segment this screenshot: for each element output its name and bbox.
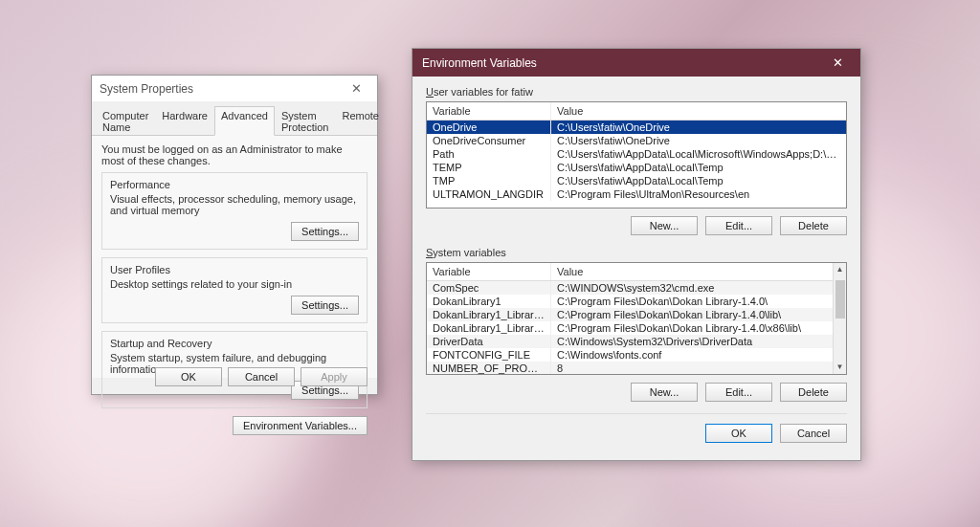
performance-title: Performance [110, 179, 359, 190]
tab-body: You must be logged on as an Administrato… [92, 136, 377, 378]
cell-variable: ComSpec [427, 281, 551, 295]
scroll-down-icon[interactable]: ▼ [834, 361, 846, 374]
col-value[interactable]: Value [551, 263, 846, 280]
environment-variables-dialog: Environment Variables ✕ User variables f… [412, 48, 861, 461]
system-vars-list[interactable]: Variable Value ComSpecC:\WINDOWS\system3… [426, 262, 847, 375]
cell-value: C:\Program Files\Dokan\Dokan Library-1.4… [551, 295, 846, 308]
table-row[interactable]: DriverDataC:\Windows\System32\Drivers\Dr… [427, 335, 846, 348]
user-new-button[interactable]: New... [631, 216, 698, 235]
tab-hardware[interactable]: Hardware [155, 106, 214, 136]
system-vars-buttons: New... Edit... Delete [426, 383, 847, 402]
close-icon[interactable]: ✕ [343, 81, 369, 96]
cancel-button[interactable]: Cancel [780, 424, 847, 443]
tabs: Computer Name Hardware Advanced System P… [92, 101, 377, 136]
table-row[interactable]: DokanLibrary1C:\Program Files\Dokan\Doka… [427, 295, 846, 308]
user-vars-list[interactable]: Variable Value OneDriveC:\Users\fatiw\On… [426, 101, 847, 209]
cell-variable: Path [427, 147, 551, 161]
table-row[interactable]: OneDriveC:\Users\fatiw\OneDrive [427, 121, 846, 134]
cell-value: C:\Users\fatiw\AppData\Local\Microsoft\W… [551, 147, 846, 161]
titlebar[interactable]: System Properties ✕ [92, 76, 377, 101]
tab-remote[interactable]: Remote [335, 106, 386, 136]
table-row[interactable]: NUMBER_OF_PROCESSORS8 [427, 362, 846, 375]
user-profiles-desc: Desktop settings related to your sign-in [110, 278, 359, 290]
ok-button[interactable]: OK [155, 367, 222, 386]
user-profiles-settings-button[interactable]: Settings... [291, 296, 359, 315]
apply-button[interactable]: Apply [301, 367, 368, 386]
cell-variable: FONTCONFIG_FILE [427, 348, 551, 362]
performance-settings-button[interactable]: Settings... [291, 222, 359, 241]
cell-variable: DokanLibrary1_LibraryPath_... [427, 321, 551, 335]
cell-value: C:\Program Files\Dokan\Dokan Library-1.4… [551, 308, 846, 321]
close-icon[interactable]: ✕ [824, 55, 851, 70]
col-variable[interactable]: Variable [427, 263, 551, 280]
table-row[interactable]: ComSpecC:\WINDOWS\system32\cmd.exe [427, 281, 846, 295]
table-row[interactable]: OneDriveConsumerC:\Users\fatiw\OneDrive [427, 134, 846, 147]
cell-value: C:\Program Files\Dokan\Dokan Library-1.4… [551, 321, 846, 335]
tab-advanced[interactable]: Advanced [214, 106, 275, 136]
cell-value: C:\Windows\System32\Drivers\DriverData [551, 335, 846, 348]
cell-variable: ULTRAMON_LANGDIR [427, 187, 551, 201]
startup-title: Startup and Recovery [110, 338, 359, 349]
table-row[interactable]: PathC:\Users\fatiw\AppData\Local\Microso… [427, 147, 846, 161]
performance-desc: Visual effects, processor scheduling, me… [110, 193, 359, 216]
environment-variables-button[interactable]: Environment Variables... [233, 416, 368, 435]
cell-value: C:\Users\fatiw\OneDrive [551, 134, 846, 147]
titlebar[interactable]: Environment Variables ✕ [412, 49, 860, 77]
tab-system-protection[interactable]: System Protection [275, 106, 336, 136]
system-properties-dialog: System Properties ✕ Computer Name Hardwa… [91, 75, 378, 395]
table-row[interactable]: FONTCONFIG_FILEC:\Windows\fonts.conf [427, 348, 846, 362]
dialog-body: User variables for fatiw Variable Value … [412, 77, 860, 452]
title-text: Environment Variables [422, 56, 537, 70]
cell-variable: NUMBER_OF_PROCESSORS [427, 362, 551, 375]
scroll-thumb[interactable] [835, 280, 845, 318]
user-vars-label: User variables for fatiw [426, 86, 847, 98]
table-row[interactable]: ULTRAMON_LANGDIRC:\Program Files\UltraMo… [427, 187, 846, 201]
sys-edit-button[interactable]: Edit... [705, 383, 772, 402]
cell-value: C:\Users\fatiw\AppData\Local\Temp [551, 161, 846, 174]
title-text: System Properties [100, 82, 193, 96]
cell-variable: DokanLibrary1 [427, 295, 551, 308]
tab-computer-name[interactable]: Computer Name [96, 106, 155, 136]
dialog-buttons: OK Cancel [426, 413, 847, 443]
cell-variable: TMP [427, 174, 551, 187]
system-vars-label: System variables [426, 247, 847, 258]
scroll-up-icon[interactable]: ▲ [834, 263, 846, 276]
table-row[interactable]: DokanLibrary1_LibraryPath_...C:\Program … [427, 321, 846, 335]
cell-variable: OneDrive [427, 121, 551, 134]
cell-value: C:\Users\fatiw\AppData\Local\Temp [551, 174, 846, 187]
sys-new-button[interactable]: New... [631, 383, 698, 402]
cell-value: C:\Users\fatiw\OneDrive [551, 121, 846, 134]
cell-value: C:\Windows\fonts.conf [551, 348, 846, 362]
table-row[interactable]: TEMPC:\Users\fatiw\AppData\Local\Temp [427, 161, 846, 174]
cell-value: 8 [551, 362, 846, 375]
cancel-button[interactable]: Cancel [228, 367, 295, 386]
cell-variable: OneDriveConsumer [427, 134, 551, 147]
list-header: Variable Value [427, 102, 846, 121]
cell-value: C:\Program Files\UltraMon\Resources\en [551, 187, 846, 201]
table-row[interactable]: TMPC:\Users\fatiw\AppData\Local\Temp [427, 174, 846, 187]
cell-value: C:\WINDOWS\system32\cmd.exe [551, 281, 846, 295]
dialog-buttons: OK Cancel Apply [155, 367, 368, 386]
cell-variable: DokanLibrary1_LibraryPath_... [427, 308, 551, 321]
cell-variable: TEMP [427, 161, 551, 174]
performance-group: Performance Visual effects, processor sc… [101, 172, 368, 250]
user-delete-button[interactable]: Delete [780, 216, 847, 235]
user-edit-button[interactable]: Edit... [705, 216, 772, 235]
table-row[interactable]: DokanLibrary1_LibraryPath_...C:\Program … [427, 308, 846, 321]
user-vars-buttons: New... Edit... Delete [426, 216, 847, 235]
scrollbar[interactable]: ▲ ▼ [833, 263, 846, 374]
ok-button[interactable]: OK [705, 424, 772, 443]
user-profiles-group: User Profiles Desktop settings related t… [101, 257, 368, 323]
col-variable[interactable]: Variable [427, 102, 551, 120]
user-profiles-title: User Profiles [110, 264, 359, 275]
list-header: Variable Value [427, 263, 846, 281]
sys-delete-button[interactable]: Delete [780, 383, 847, 402]
cell-variable: DriverData [427, 335, 551, 348]
col-value[interactable]: Value [551, 102, 846, 120]
admin-note: You must be logged on as an Administrato… [101, 143, 368, 166]
